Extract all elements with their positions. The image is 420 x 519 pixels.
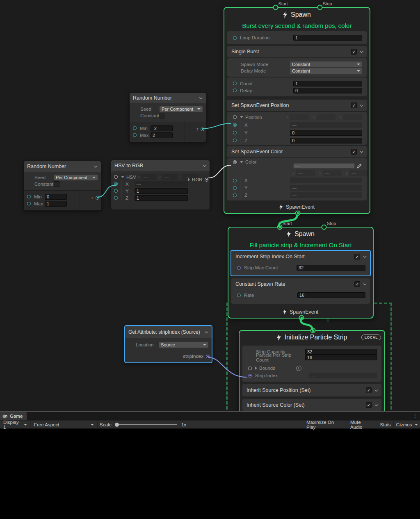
port-strip-index[interactable]	[248, 374, 252, 378]
position-z-mini[interactable]: —	[343, 114, 362, 120]
maximize-on-play-button[interactable]: Maximize On Play	[303, 421, 347, 428]
block-set-color-header[interactable]: Set SpawnEvent Color ✓	[227, 146, 367, 157]
port-color-x[interactable]	[233, 179, 237, 182]
set-position-checkbox[interactable]: ✓	[351, 102, 357, 108]
spawn-mode-dropdown[interactable]: Constant	[290, 61, 362, 67]
port-stripindex-output[interactable]	[206, 355, 210, 358]
tab-game[interactable]: Game	[0, 412, 27, 420]
node-header[interactable]: Get Attribute: stripIndex (Source)	[125, 326, 212, 338]
seed-dropdown[interactable]: Per Component	[54, 175, 98, 180]
port-r-output[interactable]	[96, 196, 99, 200]
node-initialize-particle-strip[interactable]: Initialize Particle Strip LOCAL Strip Ca…	[239, 330, 385, 414]
flow-anchor-spawnevent-out[interactable]	[299, 315, 304, 321]
hsv-y-mini[interactable]: —	[162, 174, 177, 180]
constant-checkbox[interactable]	[54, 181, 59, 187]
strip-capacity-field[interactable]: 32	[305, 349, 377, 355]
chevron-down-icon[interactable]	[360, 104, 363, 107]
node-hsv-to-rgb[interactable]: HSV to RGB HSV x— y— z— X — Y 1	[111, 160, 210, 207]
port-rgb-output[interactable]	[205, 178, 208, 182]
delay-mode-dropdown[interactable]: Constant	[290, 68, 362, 74]
block-inherit-color[interactable]: Inherit Source Color (Set) ✓	[242, 399, 381, 411]
hsv-z-field[interactable]: 1	[135, 195, 188, 201]
hsv-x-mini[interactable]: —	[142, 174, 156, 180]
min-field[interactable]: -2	[151, 125, 173, 131]
port-min[interactable]	[133, 126, 137, 130]
port-hsv-z[interactable]	[114, 196, 118, 200]
local-bounds-icon[interactable]: L	[296, 366, 301, 371]
kebab-menu-icon[interactable]	[413, 413, 418, 419]
inherit-position-checkbox[interactable]: ✓	[366, 387, 372, 393]
port-position[interactable]	[233, 115, 237, 119]
flow-anchor-start[interactable]	[277, 225, 283, 230]
set-color-checkbox[interactable]: ✓	[351, 149, 357, 155]
max-field[interactable]: 2	[151, 132, 173, 138]
min-field[interactable]: 0	[45, 194, 67, 200]
output-expander-icon[interactable]	[188, 178, 190, 181]
stats-button[interactable]: Stats	[377, 421, 393, 428]
position-z-field[interactable]: 0	[290, 138, 362, 143]
chevron-down-icon[interactable]	[374, 389, 378, 392]
rate-field[interactable]: 16	[297, 292, 365, 298]
position-x-field[interactable]: —	[290, 122, 362, 128]
position-x-mini[interactable]: —	[290, 114, 309, 120]
chevron-down-icon[interactable]	[374, 403, 378, 407]
port-max[interactable]	[133, 133, 137, 137]
chevron-down-icon[interactable]	[363, 255, 367, 259]
node-get-attribute[interactable]: Get Attribute: stripIndex (Source) Locat…	[124, 325, 212, 363]
hsv-y-field[interactable]: 1	[135, 188, 188, 194]
chevron-down-icon[interactable]	[205, 330, 208, 334]
port-min[interactable]	[27, 195, 31, 198]
expander-right-icon[interactable]	[255, 366, 257, 370]
color-z-field[interactable]: —	[290, 192, 362, 198]
node-random-number-1[interactable]: Random Number Seed Per Component Constan…	[129, 92, 206, 142]
port-color-z[interactable]	[233, 193, 237, 197]
loop-duration-field[interactable]: 1	[293, 35, 362, 41]
block-single-burst-header[interactable]: Single Burst ✓	[227, 46, 367, 57]
port-strip-max-count[interactable]	[237, 266, 241, 270]
chevron-down-icon[interactable]	[363, 282, 367, 286]
node-header[interactable]: HSV to RGB	[111, 160, 210, 171]
position-y-mini[interactable]: —	[317, 114, 336, 120]
mute-audio-button[interactable]: Mute Audio	[347, 421, 377, 428]
block-constant-spawn-rate[interactable]: Constant Spawn Rate ✓ Rate 16	[231, 278, 370, 304]
node-spawn-burst[interactable]: Start Stop Spawn Burst every second & ra…	[224, 7, 370, 214]
node-random-number-2[interactable]: Random Number Seed Per Component Constan…	[23, 161, 101, 211]
chevron-down-icon[interactable]	[203, 164, 206, 168]
port-position-x[interactable]	[233, 123, 237, 127]
block-set-position-header[interactable]: Set SpawnEvent Position ✓	[227, 100, 367, 111]
port-hsv-y[interactable]	[114, 189, 118, 193]
count-field[interactable]: 1	[293, 81, 362, 86]
color-x-field[interactable]: —	[290, 178, 362, 183]
block1-checkbox[interactable]: ✓	[354, 254, 360, 260]
single-burst-checkbox[interactable]: ✓	[351, 49, 357, 55]
flow-anchor-in[interactable]	[310, 328, 316, 333]
port-loop-duration[interactable]	[233, 36, 237, 40]
port-color-y[interactable]	[233, 186, 237, 190]
aspect-dropdown[interactable]: Free Aspect	[30, 421, 97, 428]
display-dropdown[interactable]: Display 1	[0, 421, 30, 428]
block2-checkbox[interactable]: ✓	[354, 281, 360, 287]
expander-down-icon[interactable]	[121, 176, 124, 178]
block-increment-strip-index[interactable]: Increment Strip Index On Start ✓ Strip M…	[231, 250, 371, 276]
port-delay[interactable]	[233, 89, 237, 92]
chevron-down-icon[interactable]	[360, 50, 363, 54]
node-spawn-strip[interactable]: Start Stop Spawn Fill particle strip & I…	[228, 227, 374, 319]
port-position-z[interactable]	[233, 139, 237, 142]
particle-per-strip-field[interactable]: 16	[305, 355, 377, 360]
port-hsv-x[interactable]	[114, 182, 118, 186]
game-view[interactable]	[0, 429, 420, 519]
port-hsv[interactable]	[114, 175, 118, 179]
flow-anchor-stop[interactable]	[317, 5, 323, 10]
chevron-down-icon[interactable]	[360, 150, 363, 154]
port-count[interactable]	[233, 82, 237, 85]
node-header[interactable]: Random Number	[24, 161, 101, 172]
port-bounds[interactable]	[248, 366, 252, 370]
constant-checkbox[interactable]	[160, 113, 165, 118]
port-max[interactable]	[27, 202, 31, 205]
flow-anchor-spawnevent-out[interactable]	[295, 211, 301, 216]
gizmos-dropdown[interactable]: Gizmos	[393, 421, 420, 428]
position-y-field[interactable]: 0	[290, 130, 362, 136]
max-field[interactable]: 1	[45, 201, 67, 207]
delay-field[interactable]: 0	[293, 88, 362, 93]
inherit-color-checkbox[interactable]: ✓	[366, 402, 372, 408]
